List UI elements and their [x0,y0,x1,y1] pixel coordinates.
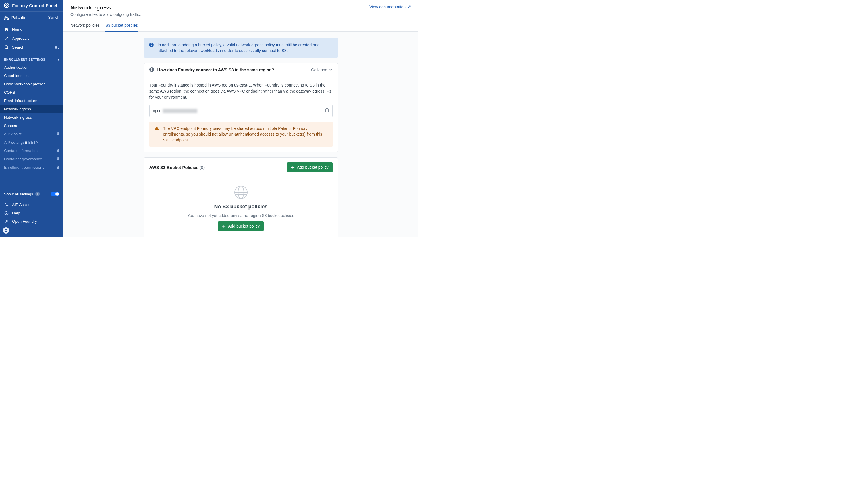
plus-icon [291,166,295,169]
info-icon [149,43,154,49]
collapse-label: Collapse [311,68,327,72]
switch-org-link[interactable]: Switch [48,15,59,20]
info-callout: In addition to adding a bucket policy, a… [144,38,338,58]
sidebar-item-label: Network ingress [4,115,32,120]
sidebar-item-authentication[interactable]: Authentication [0,63,63,72]
sidebar-item-network-egress[interactable]: Network egress [0,105,63,113]
sidebar-item-network-ingress[interactable]: Network ingress [0,113,63,122]
policies-title: AWS S3 Bucket Policies [149,165,199,170]
svg-rect-14 [156,127,157,129]
svg-point-3 [5,46,7,48]
add-bucket-policy-button-empty[interactable]: Add bucket policy [218,221,264,231]
svg-point-15 [156,129,157,130]
chevron-down-icon: ▾ [58,57,60,62]
svg-rect-13 [326,108,328,112]
sidebar-item-contact-information[interactable]: Contact information [0,147,63,155]
add-bucket-policy-button[interactable]: Add bucket policy [287,163,333,172]
nav-home[interactable]: Home [0,25,63,34]
sidebar-item-label: Container governance [4,157,42,161]
svg-rect-0 [6,16,7,17]
sidebar-item-email-infrastructure[interactable]: Email infrastructure [0,97,63,105]
sidebar-item-label: Email infrastructure [4,99,37,103]
footer-aip-assist[interactable]: AIP Assist [0,201,63,209]
sidebar-item-aip-settings[interactable]: AIP settings BETA [0,138,63,147]
sidebar-item-label: Code Workbook profiles [4,82,45,86]
globe-icon [234,185,248,200]
sidebar-item-label: Enrollment permissions [4,165,44,170]
tabs: Network policies S3 bucket policies [63,20,418,32]
sidebar: Foundry Control Panel Palantir Switch Ho… [0,0,63,237]
sidebar-item-code-workbook-profiles[interactable]: Code Workbook profiles [0,80,63,88]
nav-approvals[interactable]: Approvals [0,34,63,43]
add-bucket-policy-label: Add bucket policy [228,224,260,228]
org-name: Palantir [4,15,26,20]
sidebar-item-container-governance[interactable]: Container governance [0,155,63,163]
page-title: Network egress [70,5,141,11]
sidebar-item-aip-assist[interactable]: AIP Assist [0,130,63,138]
brand[interactable]: Foundry Control Panel [0,0,63,12]
info-callout-text: In addition to adding a bucket policy, a… [158,42,333,54]
lock-icon [56,132,59,136]
brand-text: Foundry Control Panel [12,3,57,8]
lock-icon [56,157,59,161]
sidebar-item-label: Contact information [4,149,37,153]
nav-primary: Home Approvals Search ⌘J [0,23,63,53]
sparkles-icon [4,203,9,207]
info-icon[interactable]: i [35,192,40,196]
user-avatar[interactable] [3,227,9,233]
footer-open-foundry-label: Open Foundry [12,219,37,224]
policies-panel: AWS S3 Bucket Policies (0) Add bucket po… [144,157,338,237]
svg-rect-9 [151,45,152,46]
main: Network egress Configure rules to allow … [63,0,418,237]
tab-network-policies[interactable]: Network policies [70,20,100,32]
beta-badge: BETA [25,140,38,145]
sidebar-item-label: Cloud identities [4,74,30,78]
warning-icon [155,126,159,132]
collapse-button[interactable]: Collapse [311,68,332,72]
sidebar-item-label: Network egress [4,107,31,111]
lock-icon [56,165,59,170]
search-icon [4,45,9,49]
copy-icon[interactable] [325,108,329,114]
footer-help[interactable]: Help [0,209,63,217]
info-icon [149,67,154,73]
sidebar-footer: AIP Assist Help Open Foundry [0,199,63,237]
lock-icon [56,149,59,153]
vpce-endpoint-field: vpce- [149,105,333,117]
policies-title-wrap: AWS S3 Bucket Policies (0) [149,165,205,170]
view-documentation-link[interactable]: View documentation [369,5,411,9]
external-link-icon [407,5,411,9]
avatar-row [0,226,63,236]
footer-aip-assist-label: AIP Assist [12,203,30,207]
svg-rect-1 [4,18,5,19]
sidebar-item-enrollment-permissions[interactable]: Enrollment permissions [0,163,63,172]
sidebar-item-cloud-identities[interactable]: Cloud identities [0,72,63,80]
policies-empty-state: No S3 bucket policies You have not yet a… [144,177,338,237]
nav-search-label: Search [12,45,24,49]
brand-text-light: Foundry [12,3,29,8]
sidebar-item-spaces[interactable]: Spaces [0,122,63,130]
enrollment-section-header[interactable]: ENROLLMENT SETTINGS ▾ [0,53,63,63]
warn-callout: The VPC endpoint Foundry uses may be sha… [149,122,333,147]
vpce-endpoint-value: vpce- [153,108,197,114]
connection-panel-title: How does Foundry connect to AWS S3 in th… [157,68,274,72]
chevron-down-icon [329,68,333,72]
help-icon [4,211,9,215]
policies-header: AWS S3 Bucket Policies (0) Add bucket po… [144,158,338,177]
org-name-label: Palantir [11,15,26,20]
sidebar-item-label: CORS [4,90,15,95]
enrollment-section-label: ENROLLMENT SETTINGS [4,58,45,61]
footer-open-foundry[interactable]: Open Foundry [0,217,63,226]
home-icon [4,27,9,32]
tab-s3-bucket-policies[interactable]: S3 bucket policies [105,20,138,32]
svg-point-5 [6,214,7,215]
nav-search-kbd: ⌘J [54,45,59,49]
page-subtitle: Configure rules to allow outgoing traffi… [70,12,141,17]
show-all-settings: Show all settings i [0,189,63,199]
sidebar-item-label: AIP Assist [4,132,22,136]
warn-callout-text: The VPC endpoint Foundry uses may be sha… [163,126,327,143]
main-header: Network egress Configure rules to allow … [63,0,418,20]
show-all-toggle[interactable] [51,192,59,196]
nav-search[interactable]: Search ⌘J [0,43,63,52]
sidebar-item-cors[interactable]: CORS [0,88,63,97]
